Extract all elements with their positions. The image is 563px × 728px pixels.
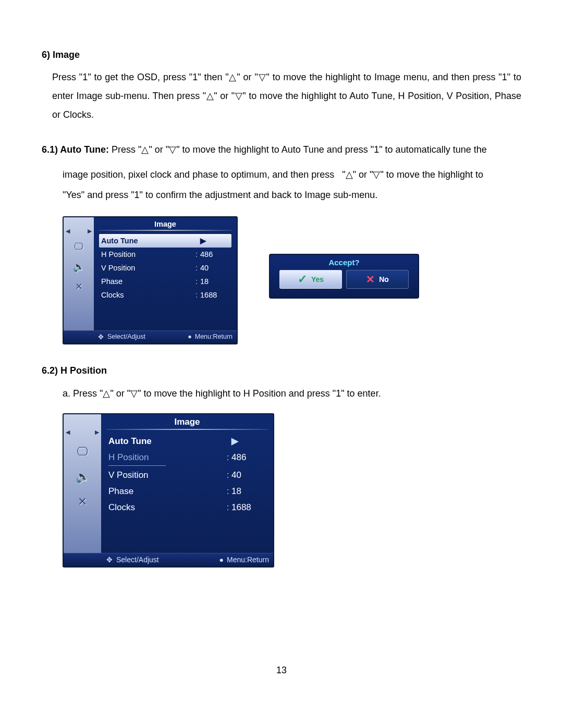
accept-yes-button[interactable]: ✓ Yes [279,270,342,289]
osd1-main: Image Auto Tune ▶ H Position : 486 V Pos… [94,217,237,330]
page-number: 13 [0,665,563,676]
osd2-row-hposition[interactable]: H Position : 486 [106,449,268,465]
section-6-1-lead-rest: Press "△" or "▽" to move the highlight t… [112,144,487,155]
osd2-row-auto-tune[interactable]: Auto Tune ▶ [106,433,268,449]
section-6-1-line1: 6.1) Auto Tune: Press "△" or "▽" to move… [42,140,521,161]
chevron-right-icon: ▶ [200,237,229,245]
osd1-row-value: 40 [200,264,229,272]
osd2-footer-right: Menu:Return [227,556,269,564]
colon: : [224,470,231,480]
chevron-right-icon: ▶ [231,436,266,447]
osd-image-menu-2: ◀▶ 🖵 🔈 ✕ Image Auto Tune ▶ H Position : … [63,413,274,567]
speaker-icon: 🔈 [71,468,94,486]
nav-right-icon: ▶ [88,228,92,235]
accept-title: Accept? [328,258,359,267]
osd1-row-label: V Position [101,264,193,272]
osd1-row-clocks[interactable]: Clocks : 1688 [99,288,231,302]
circle-icon: ● [219,556,224,564]
osd2-row-value: 40 [231,470,266,480]
osd1-row-label: Phase [101,277,193,286]
osd-image-menu-1: ◀▶ 🖵 🔈 ✕ Image Auto Tune ▶ H Position : … [63,216,238,344]
osd2-footer: ✥ Select/Adjust ● Menu:Return [64,553,273,566]
osd2-main: Image Auto Tune ▶ H Position : 486 V Pos… [101,414,273,553]
osd1-row-auto-tune[interactable]: Auto Tune ▶ [99,234,231,248]
section-6-2-heading: 6.2) H Position [42,365,521,376]
osd1-footer: ✥ Select/Adjust ● Menu:Return [64,330,237,343]
osd2-title: Image [106,414,268,429]
monitor-icon: 🖵 [71,443,94,461]
accept-no-button[interactable]: ✕ No [346,270,409,289]
dpad-icon: ✥ [98,333,104,341]
osd2-title-underline [106,429,268,430]
osd1-row-value: 18 [200,277,229,286]
section-6-1-lead-bold: 6.1) Auto Tune: [42,144,112,155]
osd1-title: Image [99,217,231,230]
osd2-row-label: Clocks [108,502,224,513]
osd1-row-value: 1688 [200,291,229,299]
colon: : [224,486,231,497]
osd2-hposition-underline [108,465,166,466]
osd2-row-label: Auto Tune [108,436,231,447]
figures-row-1: ◀▶ 🖵 🔈 ✕ Image Auto Tune ▶ H Position : … [63,216,521,344]
colon: : [224,502,231,513]
section-6-body: Press "1" to get the OSD, press "1" then… [52,68,521,124]
osd1-footer-right: Menu:Return [195,333,232,340]
tools-icon: ✕ [69,279,88,294]
osd2-row-clocks[interactable]: Clocks : 1688 [106,499,268,515]
colon: : [193,250,200,258]
section-6-heading: 6) Image [42,50,521,60]
osd2-row-vposition[interactable]: V Position : 40 [106,467,268,483]
nav-left-icon: ◀ [66,429,70,436]
tools-icon: ✕ [71,493,94,511]
speaker-icon: 🔈 [69,260,88,274]
osd1-row-hposition[interactable]: H Position : 486 [99,248,231,261]
osd2-row-label: V Position [108,470,224,480]
osd2-row-value: 18 [231,486,266,497]
colon: : [224,452,231,463]
osd1-row-label: Clocks [101,291,193,299]
osd1-row-vposition[interactable]: V Position : 40 [99,261,231,275]
osd1-sidebar: ◀▶ 🖵 🔈 ✕ [64,217,94,330]
colon: : [193,277,200,286]
osd1-sidebar-nav: ◀▶ [64,228,94,235]
nav-right-icon: ▶ [95,429,99,436]
section-6-2-body: a. Press "△" or "▽" to move the highligh… [63,384,521,404]
monitor-icon: 🖵 [69,240,88,254]
circle-icon: ● [188,333,192,340]
check-icon: ✓ [298,273,307,286]
osd1-row-label: Auto Tune [101,237,200,245]
osd2-row-label: H Position [108,452,224,463]
accept-no-label: No [379,275,389,283]
osd2-row-value: 486 [231,452,266,463]
colon: : [193,291,200,299]
section-6-1: 6.1) Auto Tune: Press "△" or "▽" to move… [42,140,521,206]
nav-left-icon: ◀ [66,228,70,235]
osd1-footer-left: Select/Adjust [107,333,145,340]
dpad-icon: ✥ [106,556,113,564]
cross-icon: ✕ [366,273,375,286]
osd2-sidebar-nav: ◀▶ [64,429,101,436]
osd2-footer-left: Select/Adjust [116,556,159,564]
osd1-row-label: H Position [101,250,193,258]
accept-yes-label: Yes [311,275,324,283]
osd1-title-underline [99,230,231,231]
section-6-1-line2: image position, pixel clock and phase to… [63,165,521,186]
section-6-1-line3: "Yes" and press "1" to confirm the adjus… [63,185,521,206]
accept-dialog: Accept? ✓ Yes ✕ No [269,254,419,299]
osd2-sidebar: ◀▶ 🖵 🔈 ✕ [64,414,101,553]
osd1-row-value: 486 [200,250,229,258]
osd2-row-label: Phase [108,486,224,497]
osd2-row-value: 1688 [231,502,266,513]
colon: : [193,264,200,272]
osd2-row-phase[interactable]: Phase : 18 [106,483,268,499]
osd1-row-phase[interactable]: Phase : 18 [99,275,231,288]
